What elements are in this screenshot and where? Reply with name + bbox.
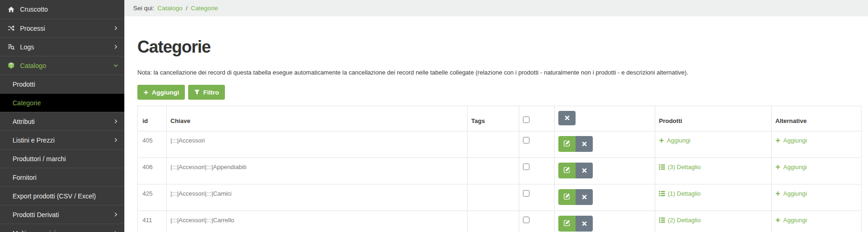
cell-alternatives: Aggiungi: [772, 211, 861, 232]
products-detail-link[interactable]: (2) Dettaglio: [659, 217, 701, 224]
alternatives-add-link[interactable]: Aggiungi: [775, 137, 807, 144]
alternatives-add-link[interactable]: Aggiungi: [775, 164, 807, 171]
products-detail-link-label: (1) Dettaglio: [668, 190, 701, 197]
col-header-tags[interactable]: Tags: [468, 106, 519, 131]
col-header-alternatives[interactable]: Alternative: [772, 106, 861, 131]
breadcrumb-link-catalogo[interactable]: Catalogo: [157, 5, 183, 12]
cell-products: (2) Dettaglio: [655, 211, 772, 232]
list-icon: [659, 191, 665, 197]
toolbar: Aggiungi Filtro: [137, 85, 861, 100]
sidebar-item-label: Multimagazzini: [13, 230, 56, 232]
edit-button[interactable]: [558, 216, 576, 232]
chevron-down-icon: [113, 63, 118, 68]
col-header-key[interactable]: Chiave: [167, 106, 468, 131]
sidebar-item-label: Logs: [20, 43, 34, 51]
row-checkbox[interactable]: [523, 217, 529, 223]
col-header-id[interactable]: id: [138, 106, 167, 131]
row-action-group: [558, 163, 593, 178]
cell-id: 425: [138, 184, 167, 211]
sidebar-item-fornitori[interactable]: Fornitori: [0, 168, 124, 186]
cell-id: 411: [138, 211, 167, 232]
cube-icon: [7, 62, 16, 69]
col-header-select: [519, 106, 555, 131]
content: Sei qui: Catalogo/Categorie Categorie No…: [124, 0, 868, 232]
sidebar-item-label: Listini e Prezzi: [13, 136, 54, 144]
row-action-group: [558, 216, 593, 232]
sidebar-item-cruscotto[interactable]: Cruscotto: [0, 0, 124, 19]
edit-button[interactable]: [558, 189, 576, 205]
products-detail-link[interactable]: (1) Dettaglio: [659, 190, 701, 197]
sidebar-item-label: Cruscotto: [20, 6, 48, 13]
sidebar-item-prodotti[interactable]: Prodotti: [0, 75, 124, 93]
sidebar-item-categorie[interactable]: Categorie: [0, 93, 124, 112]
cell-id: 405: [138, 131, 167, 158]
alternatives-add-link[interactable]: Aggiungi: [775, 190, 807, 197]
filter-icon: [194, 89, 200, 95]
sidebar-item-export-prodotti-csv-excel[interactable]: Export prodotti (CSV / Excel): [0, 186, 124, 205]
delete-button[interactable]: [576, 163, 593, 178]
sidebar-item-produttori-marchi[interactable]: Produttori / marchi: [0, 149, 124, 168]
breadcrumb: Sei qui: Catalogo/Categorie: [124, 0, 868, 16]
add-button-label: Aggiungi: [152, 89, 179, 96]
sidebar-item-label: Processi: [20, 25, 45, 32]
sidebar-item-catalogo[interactable]: Catalogo: [0, 56, 124, 75]
table-row: 411|:::|Accessori|:::|Carrello(2) Dettag…: [138, 211, 861, 232]
cell-actions: [555, 131, 655, 158]
alternatives-add-link-label: Aggiungi: [783, 190, 807, 197]
sidebar-item-logs[interactable]: Logs: [0, 37, 124, 56]
col-header-products[interactable]: Prodotti: [655, 106, 772, 131]
x-mark-icon: [582, 167, 587, 174]
cell-actions: [555, 211, 655, 232]
sidebar-item-attributi[interactable]: Attributi: [0, 112, 124, 130]
sidebar-item-listini-e-prezzi[interactable]: Listini e Prezzi: [0, 130, 124, 149]
cell-tags: [468, 158, 519, 184]
sidebar-item-label: Export prodotti (CSV / Excel): [13, 192, 96, 200]
delete-button[interactable]: [576, 189, 593, 205]
sidebar-item-multimagazzini[interactable]: Multimagazzini: [0, 224, 124, 232]
table-row: 406|:::|Accessori|:::|Appendiabiti(3) De…: [138, 158, 861, 184]
alternatives-add-link-label: Aggiungi: [783, 164, 807, 171]
plus-icon: [775, 191, 780, 196]
list-icon: [659, 164, 665, 170]
row-checkbox[interactable]: [523, 137, 529, 143]
chevron-right-icon: [113, 212, 118, 217]
select-all-checkbox[interactable]: [523, 116, 529, 123]
cell-select: [519, 211, 555, 232]
main-panel: Categorie Nota: la cancellazione dei rec…: [124, 16, 868, 232]
cell-alternatives: Aggiungi: [772, 131, 861, 158]
products-detail-link[interactable]: (3) Dettaglio: [659, 164, 701, 171]
row-checkbox[interactable]: [523, 164, 529, 170]
sidebar-item-label: Catalogo: [20, 62, 46, 69]
cell-products: (1) Dettaglio: [655, 184, 772, 211]
cell-actions: [555, 158, 655, 184]
delete-button[interactable]: [576, 136, 593, 152]
page-title: Categorie: [137, 39, 861, 55]
cell-id: 406: [138, 158, 167, 184]
cell-key: |:::|Accessori|:::|Camici: [167, 184, 468, 211]
list-icon: [659, 217, 665, 223]
delete-button[interactable]: [576, 216, 593, 232]
row-checkbox[interactable]: [523, 190, 529, 197]
edit-button[interactable]: [558, 163, 576, 178]
filter-button[interactable]: Filtro: [188, 85, 225, 100]
edit-button[interactable]: [558, 136, 576, 152]
sidebar-item-prodotti-derivati[interactable]: Prodotti Derivati: [0, 205, 124, 224]
products-detail-link-label: (2) Dettaglio: [668, 217, 701, 224]
breadcrumb-link-categorie[interactable]: Categorie: [191, 5, 218, 12]
cell-alternatives: Aggiungi: [772, 158, 861, 184]
cell-key: |:::|Accessori: [167, 131, 468, 158]
alternatives-add-link[interactable]: Aggiungi: [775, 217, 807, 224]
plus-icon: [659, 138, 664, 143]
alternatives-add-link-label: Aggiungi: [783, 137, 807, 144]
cell-products: Aggiungi: [655, 131, 772, 158]
add-button[interactable]: Aggiungi: [137, 85, 185, 100]
sidebar-item-processi[interactable]: Processi: [0, 19, 124, 37]
process-icon: [7, 25, 16, 32]
bulk-delete-button[interactable]: [558, 111, 576, 125]
products-add-link[interactable]: Aggiungi: [659, 137, 691, 144]
edit-icon: [563, 140, 570, 148]
edit-icon: [563, 219, 570, 228]
row-action-group: [558, 136, 593, 152]
sidebar-item-label: Categorie: [13, 99, 41, 107]
chevron-right-icon: [113, 137, 118, 143]
